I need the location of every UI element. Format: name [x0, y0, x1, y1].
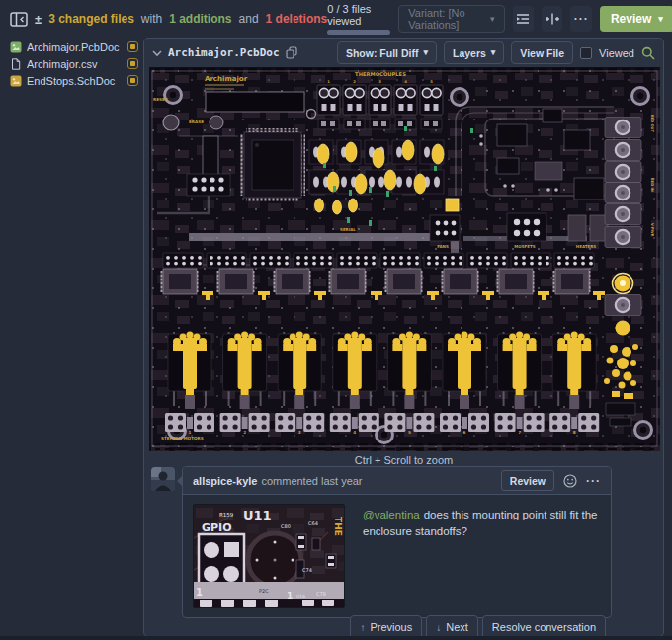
- pcb-label-v-pwr: V PWR: [650, 223, 654, 237]
- mcu-chip: [240, 128, 305, 201]
- diff-panel-header: Archimajor.PcbDoc Show: Full Diff ▾ Laye…: [144, 39, 663, 67]
- files-viewed-progress: 0 / 3 files viewed: [327, 3, 390, 35]
- csv-file-icon: [10, 58, 22, 70]
- modified-file-icon: [127, 58, 138, 69]
- svg-text:P2C: P2C: [259, 588, 269, 594]
- pcb-label-stepper-motors: STEPPER MOTORS: [161, 436, 204, 440]
- svg-text:3: 3: [378, 79, 381, 84]
- more-options-button[interactable]: ···: [570, 6, 591, 32]
- pcb-label-serial: SERIAL: [340, 227, 356, 232]
- changed-files-count: 3 changed files: [48, 12, 134, 26]
- pcb-review-page: ± 3 changed files with 1 additions and 1…: [0, 0, 672, 640]
- arrow-down-icon: ↓: [436, 622, 441, 633]
- avatar[interactable]: [151, 467, 175, 491]
- svg-text:6: 6: [463, 430, 466, 435]
- svg-text:1: 1: [327, 79, 330, 84]
- modified-file-icon: [127, 75, 138, 86]
- svg-text:THE: THE: [333, 517, 343, 536]
- svg-text:7: 7: [518, 430, 521, 435]
- pcb-title: Archimajor: [205, 75, 248, 83]
- copy-path-icon[interactable]: [286, 46, 297, 59]
- modified-file-icon: [127, 41, 138, 52]
- review-comment: allspice-kyle commented last year Review…: [182, 466, 612, 618]
- svg-text:U16: U16: [296, 594, 305, 599]
- file-tree: Archimajor.PcbDoc Archimajor.csv EndStop…: [10, 39, 138, 89]
- file-tree-item-schdoc[interactable]: EndStops.SchDoc: [10, 72, 138, 89]
- layers-dropdown[interactable]: Layers ▾: [444, 41, 504, 64]
- deletions-count: 1 deletions: [266, 12, 328, 26]
- svg-text:R159: R159: [219, 512, 234, 518]
- svg-text:2: 2: [353, 79, 356, 84]
- diff-file-name: Archimajor.PcbDoc: [168, 46, 280, 59]
- pcb-label-heaters: HEATERS: [576, 244, 596, 249]
- schematic-file-icon: [10, 75, 22, 87]
- pcb-diff-canvas[interactable]: Archimajor RESET ERASE THERMOCOUPLES 1 2…: [149, 67, 660, 451]
- search-icon[interactable]: [641, 46, 655, 60]
- comment-author[interactable]: allspice-kyle: [193, 475, 257, 487]
- svg-text:5: 5: [430, 79, 433, 84]
- comment-meta: commented last year: [261, 475, 362, 487]
- chevron-down-icon: ▾: [658, 15, 663, 24]
- svg-text:1: 1: [189, 430, 192, 435]
- file-tree-item-pcbdoc[interactable]: Archimajor.PcbDoc: [10, 39, 138, 55]
- diff-panel-actions: Show: Full Diff ▾ Layers ▾ View File Vie…: [337, 41, 655, 64]
- split-view-button[interactable]: [542, 6, 562, 32]
- file-name: Archimajor.PcbDoc: [27, 41, 123, 53]
- diff-toolbar: ± 3 changed files with 1 additions and 1…: [10, 5, 664, 33]
- viewed-checkbox[interactable]: [580, 47, 592, 59]
- pcb-label-bed-in: BED IN: [650, 178, 654, 192]
- comment-body: R159 U11 GPIO C80 C64 C74 THE P2C 1 1 U1…: [183, 495, 611, 617]
- pcb-diff-render: Archimajor RESET ERASE THERMOCOUPLES 1 2…: [149, 67, 660, 451]
- ellipsis-icon: ···: [574, 13, 589, 25]
- summary-text: and: [239, 12, 259, 26]
- svg-text:4: 4: [353, 430, 356, 435]
- svg-text:1: 1: [287, 591, 293, 600]
- svg-text:GPIO: GPIO: [202, 521, 232, 534]
- collapse-chevron-icon[interactable]: [152, 49, 162, 57]
- page-bottom-edge: [0, 636, 672, 640]
- pcb-label-thermocouples: THERMOCOUPLES: [355, 71, 406, 77]
- pcb-file-icon: [10, 41, 22, 53]
- svg-text:C80: C80: [281, 523, 291, 529]
- emoji-reaction-icon[interactable]: [563, 474, 577, 488]
- pcb-label-reset: RESET: [153, 97, 168, 102]
- svg-text:5: 5: [408, 430, 411, 435]
- summary-text: with: [141, 12, 162, 26]
- zoom-hint: Ctrl + Scroll to zoom: [144, 454, 663, 466]
- file-tree-item-csv[interactable]: Archimajor.csv: [10, 55, 138, 72]
- svg-text:1: 1: [196, 587, 203, 598]
- review-button[interactable]: Review ▾: [600, 6, 672, 32]
- pcb-label-fans: FANS: [437, 244, 449, 249]
- variant-dropdown[interactable]: Variant: [No Variations] ▾: [398, 5, 504, 33]
- svg-text:C64: C64: [308, 520, 318, 526]
- file-name: Archimajor.csv: [27, 58, 123, 70]
- files-viewed-bar: [327, 30, 390, 35]
- view-file-button[interactable]: View File: [511, 41, 573, 64]
- svg-text:C74: C74: [302, 567, 312, 573]
- arrow-up-icon: ↑: [360, 622, 365, 633]
- svg-text:U11: U11: [243, 508, 272, 522]
- diff-stat-icon[interactable]: ±: [35, 12, 42, 27]
- svg-text:C78: C78: [316, 591, 326, 597]
- diff-panel: Archimajor.PcbDoc Show: Full Diff ▾ Laye…: [143, 38, 664, 637]
- comment-pcb-snippet[interactable]: R159 U11 GPIO C80 C64 C74 THE P2C 1 1 U1…: [193, 504, 345, 608]
- diff-summary: ± 3 changed files with 1 additions and 1…: [10, 12, 327, 27]
- svg-text:8: 8: [573, 430, 576, 435]
- comment-more-icon[interactable]: ···: [586, 475, 601, 487]
- chevron-down-icon: ▾: [423, 48, 428, 57]
- show-diff-dropdown[interactable]: Show: Full Diff ▾: [337, 41, 437, 64]
- pcb-label-bed-out: BED OUT: [650, 115, 654, 132]
- svg-text:2: 2: [243, 430, 246, 435]
- toolbar-actions: 0 / 3 files viewed Variant: [No Variatio…: [327, 3, 672, 35]
- whitespace-toggle-button[interactable]: [513, 6, 534, 32]
- viewed-checkbox-label: Viewed: [599, 47, 634, 59]
- comment-actions: Review ···: [501, 470, 601, 491]
- comment-header: allspice-kyle commented last year Review…: [183, 467, 611, 495]
- file-name: EndStops.SchDoc: [27, 75, 123, 87]
- comment-review-button[interactable]: Review: [501, 470, 554, 491]
- svg-text:4: 4: [404, 79, 407, 84]
- file-tree-toggle-icon[interactable]: [10, 12, 28, 27]
- mention-link[interactable]: @valentina: [363, 509, 420, 520]
- additions-count: 1 additions: [169, 12, 231, 26]
- pcb-label-erase: ERASE: [189, 120, 204, 124]
